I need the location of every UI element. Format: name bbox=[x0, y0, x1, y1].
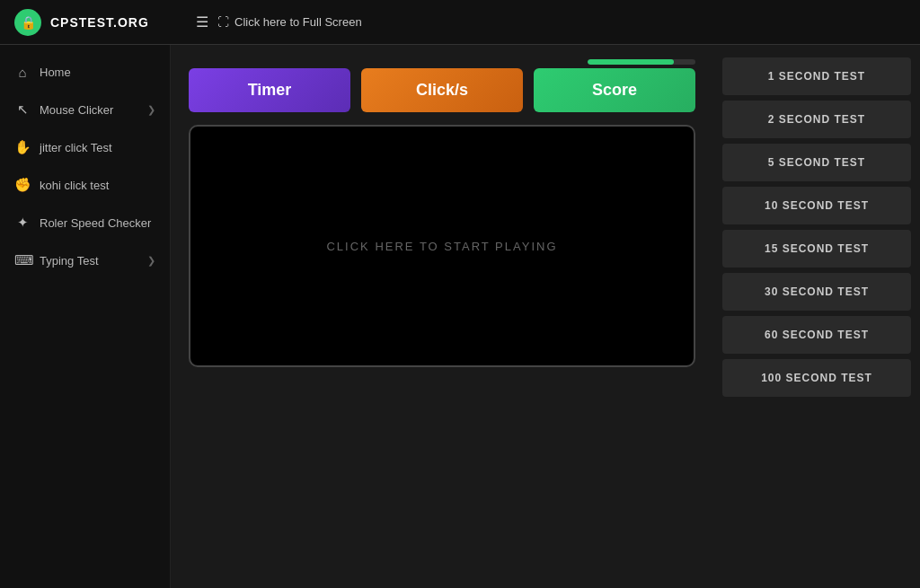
test-btn-2s[interactable]: 2 SECOND TEST bbox=[722, 101, 911, 138]
game-area[interactable]: CLICK HERE TO START PLAYING bbox=[189, 125, 695, 367]
sidebar-item-label: Home bbox=[40, 66, 71, 79]
chevron-right-icon: ❯ bbox=[147, 104, 155, 116]
hand-open-icon: ✋ bbox=[14, 139, 31, 155]
test-btn-30s[interactable]: 30 SECOND TEST bbox=[722, 273, 911, 311]
sidebar-item-mouse-clicker[interactable]: ↖ Mouse Clicker ❯ bbox=[0, 91, 170, 128]
sidebar-item-label: jitter click Test bbox=[40, 141, 112, 154]
sidebar-item-roller-speed[interactable]: ✦ Roler Speed Checker bbox=[0, 204, 170, 241]
test-btn-10s[interactable]: 10 SECOND TEST bbox=[722, 187, 911, 224]
score-button[interactable]: Score bbox=[534, 68, 695, 112]
test-btn-60s[interactable]: 60 SECOND TEST bbox=[722, 316, 911, 354]
stats-row: Timer Click/s Score bbox=[189, 68, 695, 112]
clicks-button[interactable]: Click/s bbox=[361, 68, 523, 112]
gear-icon: ✦ bbox=[14, 215, 31, 231]
fullscreen-button[interactable]: ⛶ Click here to Full Screen bbox=[217, 15, 362, 29]
sidebar-item-label: Typing Test bbox=[40, 254, 99, 268]
right-panel: 1 SECOND TEST 2 SECOND TEST 5 SECOND TES… bbox=[713, 45, 920, 588]
test-btn-100s[interactable]: 100 SECOND TEST bbox=[722, 359, 911, 397]
home-icon: ⌂ bbox=[14, 65, 31, 80]
progress-bar-outer bbox=[588, 59, 695, 65]
sidebar-item-label: Mouse Clicker bbox=[40, 103, 113, 117]
cursor-icon: ↖ bbox=[14, 101, 31, 118]
chevron-right-icon: ❯ bbox=[147, 255, 155, 267]
logo-text: CPSTEST.ORG bbox=[50, 15, 149, 30]
game-area-prompt: CLICK HERE TO START PLAYING bbox=[326, 240, 557, 253]
progress-container bbox=[189, 59, 695, 65]
sidebar-item-typing-test[interactable]: ⌨ Typing Test ❯ bbox=[0, 241, 170, 279]
sidebar-item-kohi-click[interactable]: ✊ kohi click test bbox=[0, 166, 170, 204]
hamburger-icon[interactable]: ☰ bbox=[196, 13, 208, 31]
test-btn-15s[interactable]: 15 SECOND TEST bbox=[722, 230, 911, 268]
fullscreen-icon: ⛶ bbox=[217, 15, 229, 29]
timer-button[interactable]: Timer bbox=[189, 68, 350, 112]
sidebar: ⌂ Home ↖ Mouse Clicker ❯ ✋ jitter click … bbox=[0, 45, 171, 588]
test-btn-5s[interactable]: 5 SECOND TEST bbox=[722, 144, 911, 181]
logo-area: 🔒 CPSTEST.ORG bbox=[14, 9, 185, 36]
progress-bar-inner bbox=[588, 59, 674, 65]
keyboard-icon: ⌨ bbox=[14, 252, 31, 268]
sidebar-item-label: Roler Speed Checker bbox=[40, 216, 151, 230]
header-controls: ☰ ⛶ Click here to Full Screen bbox=[196, 13, 362, 31]
sidebar-item-label: kohi click test bbox=[40, 179, 109, 192]
test-btn-1s[interactable]: 1 SECOND TEST bbox=[722, 57, 911, 95]
main-layout: ⌂ Home ↖ Mouse Clicker ❯ ✋ jitter click … bbox=[0, 45, 920, 588]
fullscreen-label: Click here to Full Screen bbox=[234, 15, 362, 29]
logo-icon: 🔒 bbox=[14, 9, 41, 36]
top-bar: 🔒 CPSTEST.ORG ☰ ⛶ Click here to Full Scr… bbox=[0, 0, 920, 45]
content-area: Timer Click/s Score CLICK HERE TO START … bbox=[171, 45, 713, 588]
sidebar-item-jitter-click[interactable]: ✋ jitter click Test bbox=[0, 128, 170, 166]
fist-icon: ✊ bbox=[14, 177, 31, 193]
sidebar-item-home[interactable]: ⌂ Home bbox=[0, 54, 170, 91]
